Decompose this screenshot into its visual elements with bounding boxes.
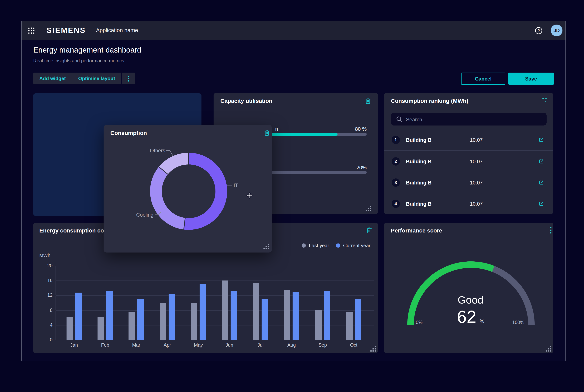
resize-handle[interactable] [366,206,371,211]
page-title: Energy management dashboard [33,46,141,54]
dashboard-toolbar: Add widget Optimise layout [33,72,135,84]
move-cursor-icon [246,192,253,199]
x-tick-label: Aug [280,342,303,348]
table-row: 3Building B10.07 [384,172,554,193]
resize-handle[interactable] [546,346,551,352]
external-link-icon[interactable] [538,158,544,164]
optimise-layout-button[interactable]: Optimise layout [72,72,122,84]
app-launcher-icon[interactable] [28,27,35,34]
bar [160,303,166,340]
y-tick-label: 0 [41,337,52,342]
x-tick-label: Jan [63,342,86,348]
consumption-widget-dragging[interactable]: Consumption Others IT Cooling [104,125,272,252]
rank-badge: 2 [392,157,400,166]
performance-score-widget: Performance score 0% 100% Good 62 % [384,223,554,353]
rank-badge: 4 [392,200,400,208]
bar [262,300,268,340]
x-tick-label: Apr [156,342,178,348]
gridline [56,266,374,266]
siemens-logo: SIEMENS [46,26,86,35]
resize-handle[interactable] [370,346,376,352]
rank-badge: 3 [392,178,400,187]
building-name: Building B [406,137,432,143]
resize-handle[interactable] [264,244,269,249]
y-tick-label: 16 [41,278,52,283]
consumption-value: 10.07 [454,201,499,207]
add-widget-button[interactable]: Add widget [33,72,72,84]
gauge-status: Good [427,294,514,306]
bar [293,292,299,340]
donut-label-others: Others [134,148,165,154]
kebab-icon [125,75,131,82]
avatar[interactable]: JD [551,24,562,36]
external-link-icon[interactable] [538,137,544,143]
gridline [56,280,374,281]
external-link-icon[interactable] [538,201,544,207]
x-tick-label: May [187,342,210,348]
gauge-score: 62 [457,307,476,326]
building-name: Building B [406,159,432,164]
bar [129,312,135,340]
page-subtitle: Real time insights and performance metri… [33,58,124,64]
bar [284,290,290,340]
building-name: Building B [406,201,432,207]
search-box [391,113,546,126]
x-tick-label: Sep [311,342,334,348]
x-tick-label: Oct [342,342,365,348]
building-name: Building B [406,180,432,186]
gauge-value: 62 % [427,306,514,327]
bar [200,284,206,340]
bar [315,310,322,340]
donut-label-cooling: Cooling [130,212,154,218]
widget-title: Capacity utilisation [220,98,272,104]
search-input[interactable] [405,113,543,126]
x-tick-label: Jul [249,342,272,348]
y-tick-label: 12 [41,293,52,298]
progress-label-fragment: n [275,126,280,132]
cancel-button[interactable]: Cancel [461,72,506,85]
y-tick-label: 4 [41,322,52,328]
bar [66,317,73,340]
widget-title: Consumption ranking (MWh) [391,98,468,104]
bar [168,294,175,340]
x-tick-label: Jun [218,342,241,348]
bar [75,292,82,340]
toolbar-more-button[interactable] [122,72,135,84]
svg-text:?: ? [537,28,540,33]
gauge-chart [384,223,554,353]
y-tick-label: 20 [41,263,52,268]
consumption-value: 10.07 [454,159,499,164]
save-button[interactable]: Save [508,72,554,85]
bar [324,291,330,340]
consumption-value: 10.07 [454,180,499,186]
bar [346,312,353,340]
bar [253,283,259,340]
external-link-icon[interactable] [538,180,544,186]
trash-icon[interactable] [364,97,372,104]
dashboard-screen: SIEMENS Application name ? JD Energy man… [0,0,584,392]
app-bar: SIEMENS Application name ? JD [22,21,566,40]
bar [106,291,113,340]
bar [191,303,197,340]
donut-label-it: IT [234,182,238,188]
bar [230,291,237,340]
y-axis-unit: MWh [39,253,51,258]
x-tick-label: Mar [125,342,148,348]
x-tick-label: Feb [94,342,116,348]
bar [355,300,361,340]
ranking-list: 1Building B10.072Building B10.073Buildin… [384,129,554,214]
y-axis-line [56,266,56,340]
bar [98,317,104,340]
help-icon[interactable]: ? [534,26,543,35]
search-icon [396,116,402,122]
y-tick-label: 8 [41,308,52,313]
table-row: 2Building B10.07 [384,150,554,172]
table-row: 4Building B10.07 [384,193,554,214]
bar [138,300,144,340]
table-row: 1Building B10.07 [384,129,554,150]
x-axis-line [56,340,374,340]
bar [222,280,228,340]
progress-value: 20% [321,165,367,170]
donut-leader-lines [104,125,272,252]
sort-icon[interactable] [540,97,547,104]
